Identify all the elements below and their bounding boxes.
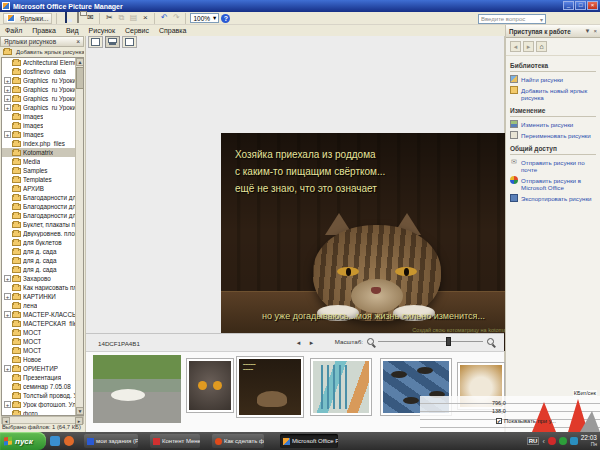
zoom-dropdown[interactable]: 100% ▾: [190, 13, 219, 23]
zoom-in-icon[interactable]: [487, 338, 494, 345]
tree-item[interactable]: лена: [2, 301, 76, 310]
network-monitor-widget[interactable]: КБит/сек 796,0 138,0 ✔ Показывать при у.…: [420, 396, 600, 432]
link-edit-pictures[interactable]: Изменить рисунки: [510, 121, 596, 128]
tree-item[interactable]: Media: [2, 157, 76, 166]
title-bar[interactable]: Microsoft Office Picture Manager _ □ ×: [0, 0, 600, 12]
expander-icon[interactable]: +: [4, 95, 11, 102]
expander-icon[interactable]: [4, 329, 11, 336]
tree-item[interactable]: + ОРИЕНТИР: [2, 364, 76, 373]
tree-item[interactable]: + Захарово: [2, 274, 76, 283]
tree-item[interactable]: АРХИВ: [2, 184, 76, 193]
tree-item[interactable]: Толстый провод. Урок: [2, 391, 76, 400]
show-on-checkbox[interactable]: ✔ Показывать при у...: [496, 418, 556, 424]
expander-icon[interactable]: [4, 356, 11, 363]
scrollbar-thumb[interactable]: [76, 67, 84, 89]
expander-icon[interactable]: [4, 320, 11, 327]
expander-icon[interactable]: [4, 221, 11, 228]
tree-item[interactable]: + Graphics_ru Уроки - Ph: [2, 85, 76, 94]
redo-icon[interactable]: ↷: [171, 13, 181, 23]
messenger-tray-icon[interactable]: [559, 437, 567, 445]
expander-icon[interactable]: [4, 302, 11, 309]
task-button-content-manager[interactable]: Контент Менеджер: [150, 434, 200, 448]
expander-icon[interactable]: [4, 158, 11, 165]
tray-collapse-icon[interactable]: ‹: [542, 438, 544, 445]
tree-item[interactable]: Благодарности для уч: [2, 202, 76, 211]
link-send-mail[interactable]: ✉ Отправить рисунки по почте: [510, 159, 596, 173]
expander-icon[interactable]: [4, 176, 11, 183]
tree-item[interactable]: МАСТЕРСКАЯ_files: [2, 319, 76, 328]
tree-item[interactable]: dosfinevo_data: [2, 67, 76, 76]
expander-icon[interactable]: +: [4, 104, 11, 111]
expander-icon[interactable]: [4, 284, 11, 291]
close-icon[interactable]: ×: [593, 28, 597, 34]
help-icon[interactable]: ?: [221, 14, 230, 23]
expander-icon[interactable]: +: [4, 293, 11, 300]
expander-icon[interactable]: [4, 59, 11, 66]
thumbnail-kotomatrix-selected[interactable]: ▬▬▬▬▬ ▬▬▬▬: [236, 356, 304, 418]
chevron-down-icon[interactable]: ▼: [585, 28, 591, 34]
menu-item[interactable]: Правка: [32, 27, 56, 34]
expander-icon[interactable]: +: [4, 311, 11, 318]
menu-item[interactable]: Файл: [5, 27, 22, 34]
close-button[interactable]: ×: [587, 1, 598, 10]
zoom-slider-thumb[interactable]: [446, 337, 451, 346]
tree-item[interactable]: фото: [2, 409, 76, 416]
copy-icon[interactable]: ⧉: [116, 13, 126, 23]
question-input[interactable]: Введите вопрос ▾: [478, 14, 546, 24]
tree-item[interactable]: Благодарности для уч: [2, 211, 76, 220]
tree-item[interactable]: Templates: [2, 175, 76, 184]
tree-item[interactable]: + Урок фотошоп. Улучш: [2, 400, 76, 409]
tree-item[interactable]: Architectural Elements: [2, 58, 76, 67]
paste-icon[interactable]: ▤: [128, 13, 138, 23]
add-shortcut-button[interactable]: Добавить ярлык рисунка...: [0, 47, 84, 57]
quicklaunch-show-desktop-icon[interactable]: [50, 436, 60, 446]
filmstrip-view-button[interactable]: [105, 36, 120, 48]
expander-icon[interactable]: [4, 113, 11, 120]
expander-icon[interactable]: +: [4, 365, 11, 372]
minimize-button[interactable]: _: [563, 1, 574, 10]
expander-icon[interactable]: [4, 140, 11, 147]
tree-item[interactable]: для буклетов: [2, 238, 76, 247]
tree-item[interactable]: Новое: [2, 355, 76, 364]
next-picture-icon[interactable]: ▸: [307, 338, 316, 347]
link-add-shortcut[interactable]: Добавить новый ярлык рисунка: [510, 87, 596, 101]
expander-icon[interactable]: [4, 239, 11, 246]
expander-icon[interactable]: [4, 230, 11, 237]
expander-icon[interactable]: [4, 266, 11, 273]
shortcuts-button[interactable]: Ярлыки...: [3, 13, 52, 24]
photo-preview[interactable]: Хозяйка приехала из роддома с каким-то п…: [221, 133, 526, 351]
save-icon[interactable]: [61, 13, 71, 23]
thumbnail-outdoor-cat[interactable]: [93, 355, 181, 423]
menu-item[interactable]: Сервис: [125, 27, 149, 34]
clock[interactable]: 22:03 Пн: [581, 434, 597, 448]
menu-item[interactable]: Рисунок: [89, 27, 115, 34]
tree-item[interactable]: + Graphics_ru Уроки - Ph: [2, 103, 76, 112]
tree-item[interactable]: Благодарности для уч: [2, 193, 76, 202]
tree-item[interactable]: для д. сада: [2, 256, 76, 265]
quicklaunch-browser-icon[interactable]: [64, 436, 74, 446]
expander-icon[interactable]: [4, 185, 11, 192]
tree-item[interactable]: + Graphics_ru Уроки - Ph: [2, 94, 76, 103]
expander-icon[interactable]: [4, 347, 11, 354]
zoom-slider[interactable]: [378, 341, 483, 342]
antivirus-tray-icon[interactable]: [548, 437, 556, 445]
scroll-down-icon[interactable]: ▼: [76, 407, 84, 415]
tree-item[interactable]: + Images: [2, 130, 76, 139]
task-button-documents[interactable]: мои задания (Режим...: [84, 434, 138, 448]
tree-item[interactable]: + МАСТЕР-КЛАССЫ_files: [2, 310, 76, 319]
link-export-pictures[interactable]: Экспортировать рисунки: [510, 195, 596, 202]
tree-item[interactable]: Samples: [2, 166, 76, 175]
expander-icon[interactable]: +: [4, 401, 11, 408]
thumbnail-birdcage-cat[interactable]: [310, 358, 372, 416]
tree-item[interactable]: МОСТ: [2, 337, 76, 346]
single-view-button[interactable]: [122, 36, 137, 48]
expander-icon[interactable]: [4, 248, 11, 255]
start-button[interactable]: пуск: [0, 432, 46, 450]
expander-icon[interactable]: [4, 68, 11, 75]
close-icon[interactable]: ×: [76, 38, 80, 45]
expander-icon[interactable]: [4, 374, 11, 381]
network-tray-icon[interactable]: [570, 437, 578, 445]
task-button-picture-manager[interactable]: Microsoft Office Pictu...: [280, 434, 338, 448]
task-pane-header[interactable]: Приступая к работе ▼ ×: [506, 25, 600, 38]
link-find-pictures[interactable]: Найти рисунки: [510, 76, 596, 83]
